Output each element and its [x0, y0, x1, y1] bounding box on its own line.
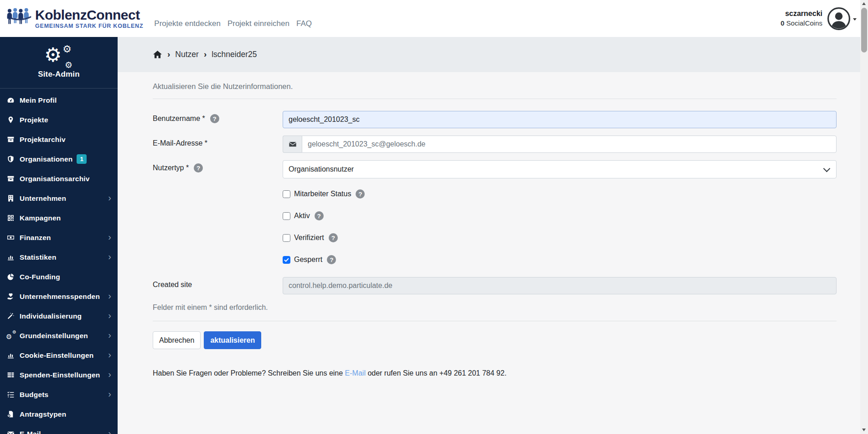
username-input[interactable] — [283, 111, 837, 128]
checkbox-label: Verifiziert — [294, 234, 324, 242]
sidebar: ⚙⚙⚙ Site-Admin Mein ProfilProjekteProjek… — [0, 37, 118, 434]
site-admin-header[interactable]: ⚙⚙⚙ Site-Admin — [0, 37, 118, 89]
support-text: Haben Sie Fragen oder Probleme? Schreibe… — [153, 369, 837, 377]
nav-projekt-einreichen[interactable]: Projekt einreichen — [227, 19, 289, 28]
verifiziert-checkbox[interactable] — [283, 234, 290, 242]
chevron-right-icon: › — [108, 369, 111, 380]
sidebar-item-e-mail[interactable]: E-Mail› — [0, 424, 118, 434]
socialcoins: 0 SocialCoins — [780, 19, 822, 28]
sidebar-item-mein-profil[interactable]: Mein Profil — [0, 90, 118, 110]
scrollbar-thumb[interactable] — [861, 8, 867, 52]
sidebar-item-kampagnen[interactable]: Kampagnen — [0, 208, 118, 228]
question-circle-icon[interactable]: ? — [210, 114, 219, 123]
sidebar-item-cookie-einstellungen[interactable]: Cookie-Einstellungen› — [0, 345, 118, 365]
sidebar-item-grundeinstellungen[interactable]: ⚙⚙Grundeinstellungen› — [0, 326, 118, 345]
checkbox-label: Gesperrt — [294, 256, 322, 264]
update-button[interactable]: aktualisieren — [204, 331, 261, 349]
archive-icon — [6, 175, 16, 183]
page-scrollbar[interactable] — [860, 0, 868, 434]
scroll-down-arrow-icon[interactable] — [862, 429, 866, 431]
sidebar-item-label: Unternehmen — [20, 194, 66, 203]
qrcode-icon — [6, 214, 16, 222]
scroll-up-arrow-icon[interactable] — [862, 2, 866, 5]
checkbox-label: Aktiv — [294, 212, 310, 220]
cancel-button[interactable]: Abbrechen — [153, 331, 201, 349]
chevron-right-icon: › — [108, 291, 111, 301]
sidebar-item-label: Cookie-Einstellungen — [20, 351, 93, 360]
sidebar-item-statistiken[interactable]: Statistiken› — [0, 247, 118, 267]
sidebar-item-label: Co-Funding — [20, 273, 60, 281]
nav-projekte-entdecken[interactable]: Projekte entdecken — [154, 19, 221, 28]
created-site-label: Created site — [153, 277, 283, 294]
envelope-icon — [283, 136, 302, 153]
sidebar-item-unternehmensspenden[interactable]: Unternehmensspenden› — [0, 287, 118, 306]
aktiv-checkbox[interactable] — [283, 212, 290, 220]
username-label: Benutzername * ? — [153, 111, 283, 128]
sidebar-item-organisationen[interactable]: Organisationen1 — [0, 149, 118, 169]
avatar-icon — [827, 7, 851, 31]
form-intro: Aktualisieren Sie die Nutzerinformatione… — [153, 82, 837, 91]
mitarbeiter-status-checkbox[interactable] — [283, 190, 290, 198]
sidebar-item-label: Kampagnen — [20, 214, 61, 222]
tasks-icon — [6, 391, 16, 398]
user-menu-toggle[interactable]: sczarnecki 0 SocialCoins — [780, 7, 857, 31]
home-icon[interactable] — [153, 50, 162, 59]
logo-title: KoblenzConnect — [35, 8, 143, 22]
sidebar-menu: Mein ProfilProjekteProjektarchivOrganisa… — [0, 89, 118, 434]
sidebar-item-projektarchiv[interactable]: Projektarchiv — [0, 130, 118, 149]
form-actions: Abbrechen aktualisieren — [153, 331, 837, 349]
created-site-row: Created site — [153, 277, 837, 294]
sidebar-item-spenden-einstellungen[interactable]: Spenden-Einstellungen› — [0, 365, 118, 385]
logo-people-icon — [6, 8, 32, 30]
question-circle-icon[interactable]: ? — [194, 163, 203, 173]
username-row: Benutzername * ? — [153, 111, 837, 128]
chevron-right-icon: › — [108, 428, 111, 434]
breadcrumb-separator: › — [204, 50, 207, 59]
sidebar-item-budgets[interactable]: Budgets› — [0, 385, 118, 404]
sidebar-item-co-funding[interactable]: Co-Funding — [0, 267, 118, 287]
question-circle-icon[interactable]: ? — [315, 211, 324, 220]
chevron-right-icon: › — [108, 251, 111, 262]
username: sczarnecki — [780, 9, 822, 19]
sidebar-item-label: Grundeinstellungen — [20, 332, 88, 340]
checkbox-list: Mitarbeiter Status?Aktiv?Verifiziert?Ges… — [153, 188, 837, 265]
divider — [153, 321, 837, 321]
question-circle-icon[interactable]: ? — [329, 233, 338, 242]
pie-chart-icon — [6, 273, 16, 281]
divider — [153, 99, 837, 99]
checkbox-row-verifiziert: Verifiziert? — [283, 232, 837, 243]
chevron-right-icon: › — [108, 193, 111, 203]
usertype-label: Nutzertyp * ? — [153, 160, 283, 178]
email-row: E-Mail-Adresse * — [153, 136, 837, 153]
gears-icon: ⚙⚙⚙ — [44, 46, 73, 68]
sidebar-item-label: Individualisierung — [20, 312, 82, 320]
breadcrumb-nutzer[interactable]: Nutzer — [175, 50, 199, 59]
chevron-right-icon: › — [108, 350, 111, 360]
sidebar-item-label: Finanzen — [20, 234, 51, 242]
email-link[interactable]: E-Mail — [345, 369, 366, 377]
chevron-right-icon: › — [108, 232, 111, 242]
question-circle-icon[interactable]: ? — [327, 255, 336, 264]
sidebar-item-finanzen[interactable]: Finanzen› — [0, 228, 118, 247]
gesperrt-checkbox[interactable] — [283, 256, 290, 264]
sidebar-item-label: Organisationsarchiv — [20, 175, 90, 183]
sidebar-item-label: Projektarchiv — [20, 136, 66, 144]
bar-chart-icon — [6, 351, 16, 359]
file-marker-icon — [6, 410, 16, 418]
sidebar-item-unternehmen[interactable]: Unternehmen› — [0, 188, 118, 208]
question-circle-icon[interactable]: ? — [356, 189, 365, 199]
usertype-select[interactable]: Organisationsnutzer — [283, 160, 837, 178]
archive-icon — [6, 136, 16, 143]
sidebar-item-label: Organisationen — [20, 155, 72, 163]
email-label: E-Mail-Adresse * — [153, 136, 283, 153]
app-logo[interactable]: KoblenzConnect GEMEINSAM STARK FÜR KOBLE… — [6, 8, 143, 30]
sidebar-item-individualisierung[interactable]: Individualisierung› — [0, 306, 118, 326]
chevron-down-icon — [853, 18, 857, 21]
sidebar-item-projekte[interactable]: Projekte — [0, 110, 118, 130]
bar-chart-icon — [6, 253, 16, 261]
sidebar-item-organisationsarchiv[interactable]: Organisationsarchiv — [0, 169, 118, 188]
nav-faq[interactable]: FAQ — [296, 19, 312, 28]
sidebar-item-antragstypen[interactable]: Antragstypen — [0, 404, 118, 424]
usertype-row: Nutzertyp * ? Organisationsnutzer — [153, 160, 837, 178]
email-input[interactable] — [302, 136, 837, 153]
